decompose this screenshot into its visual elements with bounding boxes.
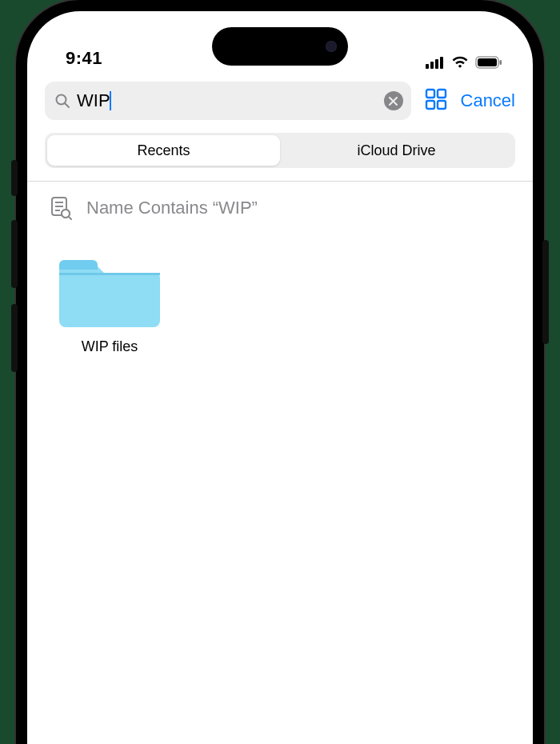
mute-switch — [11, 160, 18, 196]
scope-segmented-control[interactable]: Recents iCloud Drive — [45, 133, 515, 168]
phone-screen: 9:41 WIP Cancel — [27, 11, 533, 744]
front-camera-icon — [326, 41, 337, 52]
dynamic-island — [212, 27, 348, 66]
scope-icloud-drive[interactable]: iCloud Drive — [280, 135, 513, 166]
svg-rect-0 — [426, 64, 429, 69]
filter-label: Name Contains “WIP” — [86, 198, 258, 218]
text-cursor — [110, 91, 111, 110]
search-filter-row[interactable]: Name Contains “WIP” — [27, 182, 533, 226]
svg-rect-1 — [430, 62, 434, 69]
svg-rect-20 — [59, 273, 160, 275]
svg-rect-9 — [426, 90, 434, 98]
results-grid: WIP files — [27, 226, 533, 379]
scope-recents[interactable]: Recents — [47, 135, 280, 166]
cancel-button[interactable]: Cancel — [461, 90, 515, 111]
search-row: WIP Cancel — [27, 74, 533, 128]
svg-line-8 — [66, 104, 70, 108]
svg-point-7 — [57, 95, 66, 105]
volume-up-button — [11, 220, 18, 288]
svg-rect-5 — [478, 58, 497, 66]
search-input-text[interactable]: WIP — [77, 90, 110, 111]
result-folder-label: WIP files — [50, 338, 170, 355]
svg-rect-2 — [435, 59, 438, 69]
side-button — [542, 240, 549, 344]
search-icon — [54, 93, 70, 109]
status-icons — [426, 56, 502, 69]
name-filter-icon — [50, 196, 72, 220]
wifi-icon — [451, 56, 469, 69]
svg-rect-12 — [438, 101, 446, 109]
result-folder[interactable]: WIP files — [50, 250, 170, 355]
search-field[interactable]: WIP — [45, 82, 411, 120]
svg-rect-11 — [426, 101, 434, 109]
close-icon — [389, 97, 398, 106]
cellular-icon — [426, 56, 445, 69]
clear-search-button[interactable] — [384, 91, 403, 110]
view-grid-button[interactable] — [424, 87, 448, 114]
status-time: 9:41 — [66, 48, 102, 69]
phone-frame: 9:41 WIP Cancel — [16, 0, 544, 744]
svg-rect-6 — [500, 60, 502, 65]
battery-icon — [475, 56, 502, 69]
grid-icon — [424, 87, 448, 111]
svg-rect-3 — [440, 57, 443, 69]
svg-rect-10 — [438, 90, 446, 98]
folder-icon — [58, 250, 162, 330]
svg-line-19 — [69, 217, 71, 219]
volume-down-button — [11, 304, 18, 372]
